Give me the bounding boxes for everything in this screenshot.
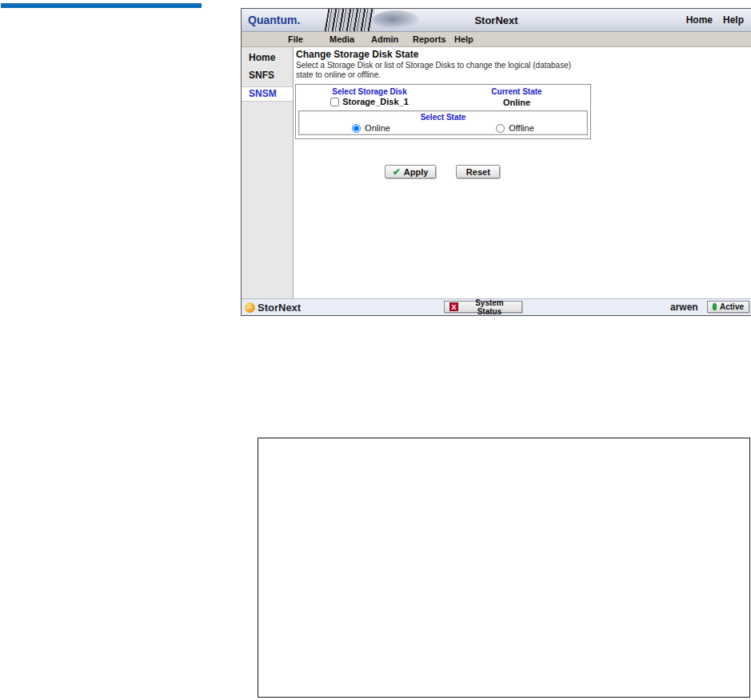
active-status-icon	[713, 303, 717, 310]
select-state-label: Select State	[299, 111, 587, 122]
column-header-current-state: Current State	[443, 87, 590, 96]
page-title: Change Storage Disk State	[296, 49, 418, 60]
storage-disk-table: Select Storage Disk Current State Storag…	[295, 84, 591, 139]
logged-in-user: arwen	[670, 302, 698, 313]
current-state-value: Online	[443, 98, 590, 107]
storage-disk-checkbox[interactable]	[330, 98, 339, 106]
home-link[interactable]: Home	[686, 14, 713, 26]
menu-item-file[interactable]: File	[288, 34, 330, 44]
header-links: Home Help	[686, 14, 751, 26]
select-state-options: Online Offline	[299, 123, 587, 133]
quantum-logo: Quantum.	[242, 14, 300, 26]
empty-figure-frame	[258, 438, 750, 698]
sidebar-item-snfs[interactable]: SNFS	[242, 69, 293, 82]
menu-item-help[interactable]: Help	[454, 34, 496, 44]
page-description: Select a Storage Disk or list of Storage…	[296, 61, 571, 80]
apply-button-label: Apply	[404, 167, 429, 177]
apply-button[interactable]: ✔ Apply	[385, 165, 437, 178]
reset-button-label: Reset	[466, 167, 490, 177]
page-description-line2: state to online or offline.	[296, 70, 571, 80]
stornext-orb-icon	[245, 302, 255, 313]
window-body: Home SNFS SNSM Change Storage Disk State…	[242, 47, 751, 298]
menu-item-reports[interactable]: Reports	[413, 34, 454, 44]
table-header-row: Select Storage Disk Current State	[296, 85, 590, 96]
offline-radio-label: Offline	[509, 123, 534, 133]
stornext-window: Quantum. StorNext Home Help File Media A…	[241, 8, 751, 316]
active-status-label: Active	[720, 302, 744, 311]
reset-button[interactable]: Reset	[456, 165, 500, 178]
stornext-brand-text: StorNext	[258, 302, 301, 314]
radio-option-offline[interactable]: Offline	[443, 123, 587, 133]
action-buttons: ✔ Apply Reset	[295, 165, 589, 178]
header-banner: Quantum. StorNext Home Help	[242, 9, 751, 32]
radio-option-online[interactable]: Online	[299, 123, 443, 133]
online-radio[interactable]	[352, 124, 361, 133]
system-status-label: System Status	[462, 298, 517, 316]
sidebar-nav: Home SNFS SNSM	[242, 47, 294, 298]
column-header-select-storage-disk: Select Storage Disk	[296, 87, 443, 96]
main-content: Change Storage Disk State Select a Stora…	[294, 47, 751, 298]
table-row: Storage_Disk_1 Online	[296, 96, 590, 109]
help-link[interactable]: Help	[723, 14, 744, 26]
document-accent-rule	[1, 3, 202, 8]
offline-radio[interactable]	[496, 124, 505, 133]
menu-item-media[interactable]: Media	[330, 34, 371, 44]
menu-bar: File Media Admin Reports Help	[242, 32, 751, 47]
sidebar-item-snsm[interactable]: SNSM	[242, 86, 293, 102]
system-status-button[interactable]: X System Status	[444, 301, 522, 313]
status-bar: StorNext X System Status arwen Active	[242, 298, 751, 315]
checkmark-icon: ✔	[393, 167, 401, 177]
error-status-icon: X	[449, 302, 458, 311]
app-title: StorNext	[242, 14, 751, 26]
online-radio-label: Online	[365, 123, 390, 133]
active-status-button[interactable]: Active	[707, 301, 749, 313]
stornext-footer-logo: StorNext	[242, 302, 301, 314]
sidebar-item-home[interactable]: Home	[242, 51, 293, 65]
page-description-line1: Select a Storage Disk or list of Storage…	[296, 61, 571, 70]
storage-disk-name: Storage_Disk_1	[342, 97, 409, 106]
select-state-panel: Select State Online Offline	[298, 110, 588, 135]
menu-item-admin[interactable]: Admin	[371, 34, 413, 44]
